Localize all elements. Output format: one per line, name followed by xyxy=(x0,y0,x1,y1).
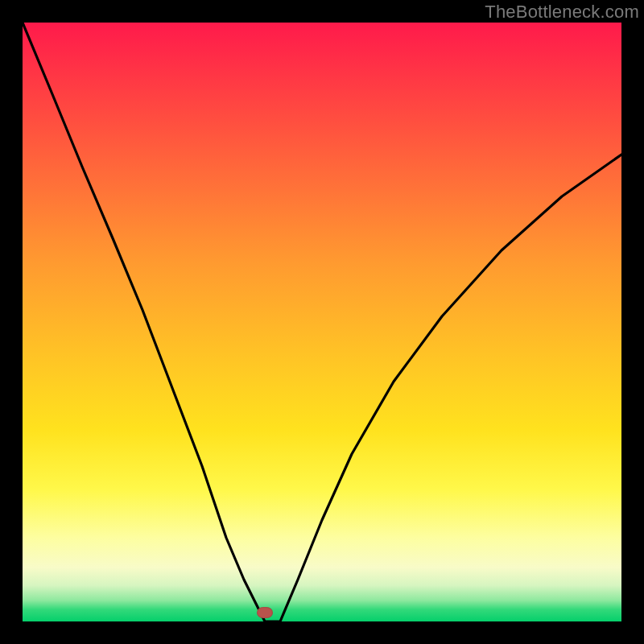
bottleneck-curve xyxy=(23,23,621,621)
watermark-text: TheBottleneck.com xyxy=(485,2,639,23)
chart-frame: TheBottleneck.com xyxy=(0,0,644,644)
plot-area xyxy=(23,23,621,621)
optimal-marker-icon xyxy=(257,607,273,618)
